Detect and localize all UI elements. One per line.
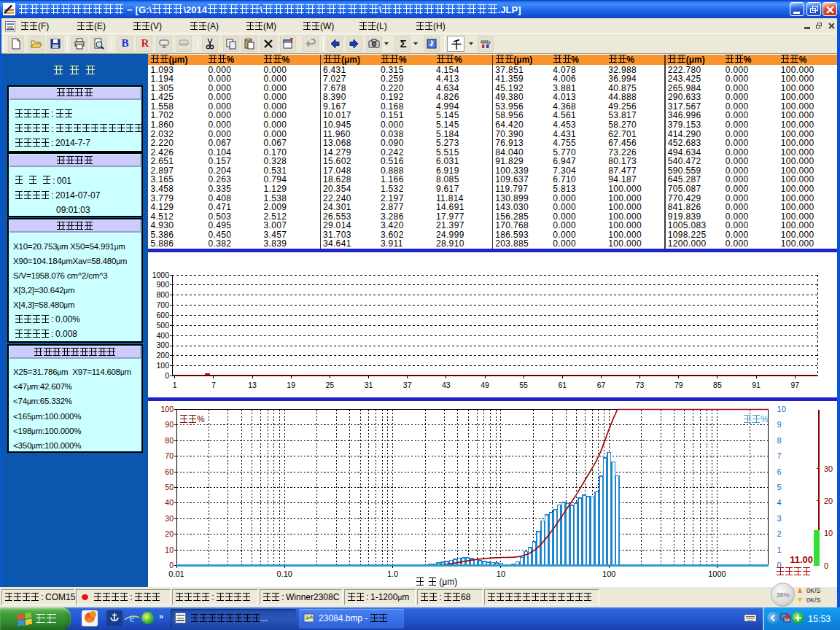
svg-text:31: 31	[365, 381, 373, 389]
svg-text:43: 43	[442, 381, 451, 389]
svg-text:10: 10	[824, 529, 833, 537]
svg-text:20: 20	[824, 497, 833, 505]
svg-text:55: 55	[519, 381, 528, 389]
svg-text:73: 73	[636, 381, 645, 389]
svg-text:0: 0	[165, 371, 169, 380]
svg-text:600: 600	[156, 311, 169, 319]
svg-text:3: 3	[777, 514, 782, 523]
svg-text:8: 8	[777, 436, 782, 445]
svg-text:200: 200	[156, 351, 169, 359]
svg-text:90: 90	[165, 420, 174, 429]
svg-text:7: 7	[211, 381, 216, 389]
svg-text:61: 61	[558, 381, 567, 389]
svg-text:80: 80	[165, 436, 174, 445]
svg-text:1: 1	[777, 545, 782, 554]
svg-text:19: 19	[287, 381, 295, 389]
svg-text:400: 400	[156, 331, 169, 340]
svg-text:5: 5	[777, 483, 782, 491]
svg-text:85: 85	[713, 381, 722, 389]
svg-text:0: 0	[824, 561, 828, 570]
svg-text:10: 10	[165, 545, 174, 554]
svg-text:900: 900	[156, 280, 169, 289]
svg-text:25: 25	[325, 381, 334, 389]
svg-text:9: 9	[777, 420, 782, 429]
svg-text:1000: 1000	[708, 569, 726, 578]
svg-text:100: 100	[602, 569, 615, 578]
svg-text:91: 91	[752, 381, 761, 389]
svg-text:30: 30	[824, 464, 833, 473]
svg-text:20: 20	[165, 529, 174, 538]
svg-text:1: 1	[173, 381, 177, 389]
svg-text:49: 49	[481, 381, 489, 389]
svg-text:6: 6	[777, 467, 782, 476]
svg-text:50: 50	[165, 483, 174, 491]
svg-text:4: 4	[777, 498, 782, 507]
svg-text:67: 67	[597, 381, 606, 389]
svg-text:300: 300	[156, 341, 169, 349]
svg-text:1000: 1000	[152, 271, 170, 279]
svg-text:2: 2	[777, 529, 782, 538]
svg-text:800: 800	[156, 290, 169, 299]
svg-text:60: 60	[165, 467, 174, 476]
svg-text:37: 37	[403, 381, 412, 389]
svg-text:0.10: 0.10	[277, 569, 292, 578]
svg-text:7: 7	[777, 451, 782, 460]
svg-text:700: 700	[156, 300, 169, 309]
svg-text:97: 97	[790, 381, 799, 389]
svg-text:1.0: 1.0	[387, 569, 398, 578]
svg-text:100: 100	[156, 361, 169, 370]
svg-text:0: 0	[169, 561, 174, 569]
svg-text:13: 13	[248, 381, 257, 389]
svg-text:40: 40	[165, 498, 174, 507]
svg-text:10: 10	[497, 569, 505, 578]
svg-text:500: 500	[156, 321, 169, 330]
svg-text:30: 30	[165, 514, 174, 523]
svg-text:10: 10	[777, 405, 786, 413]
svg-text:100: 100	[160, 405, 174, 413]
svg-text:11.00: 11.00	[790, 554, 813, 565]
svg-text:0.01: 0.01	[168, 569, 184, 578]
svg-text:79: 79	[674, 381, 683, 389]
svg-text:70: 70	[165, 451, 174, 460]
